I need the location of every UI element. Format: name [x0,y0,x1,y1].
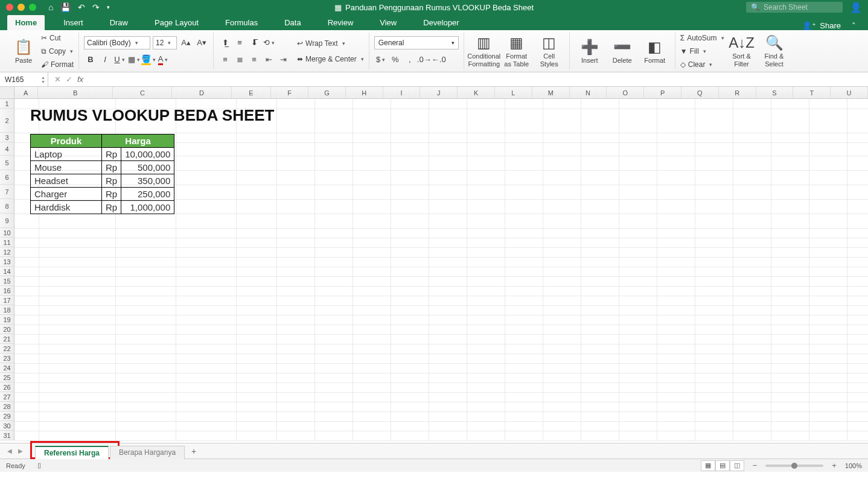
tab-view[interactable]: View [372,15,404,30]
increase-decimal-button[interactable]: .0→ [418,53,431,66]
column-header[interactable]: O [607,87,644,98]
qat-more-icon[interactable]: ▾ [107,4,110,10]
row-header[interactable]: 3 [0,133,14,142]
sheet-tab-referensi-harga[interactable]: Referensi Harga [35,446,109,459]
row-header[interactable]: 21 [0,334,14,344]
row-header[interactable]: 25 [0,373,14,382]
row-header[interactable]: 9 [0,214,14,228]
redo-icon[interactable]: ↷ [92,2,100,12]
column-header[interactable]: T [793,87,831,98]
sort-filter-button[interactable]: A↓ZSort &Filter [727,34,757,67]
format-cells-button[interactable]: ◧Format [640,39,670,64]
format-as-table-button[interactable]: ▦Formatas Table [502,34,532,67]
fill-color-button[interactable]: 🪣 [142,53,155,66]
column-header[interactable]: H [346,87,383,98]
align-center-button[interactable]: ≣ [233,53,246,66]
delete-cells-button[interactable]: ➖Delete [607,39,637,64]
row-header[interactable]: 10 [0,228,14,238]
row-header[interactable]: 22 [0,344,14,354]
tab-review[interactable]: Review [320,15,362,30]
align-right-button[interactable]: ≡ [247,53,261,66]
increase-indent-button[interactable]: ⇥ [276,53,290,66]
font-name-select[interactable]: Calibri (Body) [84,36,150,49]
decrease-font-button[interactable]: A▾ [195,36,208,49]
increase-font-button[interactable]: A▴ [179,36,193,49]
row-header[interactable]: 18 [0,305,14,315]
zoom-out-button[interactable]: − [750,461,760,470]
underline-button[interactable]: U [113,53,126,66]
column-header[interactable]: A [14,87,38,98]
row-header[interactable]: 7 [0,185,14,199]
paste-button[interactable]: 📋 Paste [8,39,39,64]
collapse-ribbon-icon[interactable]: ˄ [852,21,856,30]
column-header[interactable]: M [532,87,570,98]
row-header[interactable]: 15 [0,276,14,286]
font-color-button[interactable]: A [156,53,170,66]
number-format-select[interactable]: General▾ [374,36,459,49]
column-header[interactable]: F [271,87,308,98]
row-header[interactable]: 2 [0,109,14,133]
row-header[interactable]: 27 [0,392,14,402]
tab-home[interactable]: Home [7,15,45,30]
comma-button[interactable]: , [403,53,416,66]
undo-icon[interactable]: ↶ [78,2,85,12]
row-header[interactable]: 26 [0,382,14,392]
column-header[interactable]: L [495,87,532,98]
merge-center-button[interactable]: ⬌Merge & Center [297,53,364,65]
bold-button[interactable]: B [84,53,97,66]
fx-icon[interactable]: fx [77,75,83,84]
row-header[interactable]: 20 [0,325,14,334]
column-header[interactable]: P [644,87,681,98]
share-button[interactable]: 👤⁺ Share ˄ [802,21,856,30]
decrease-indent-button[interactable]: ⇤ [262,53,275,66]
cut-button[interactable]: ✂Cut [41,32,74,44]
macro-record-icon[interactable]: ▯ [37,462,41,469]
orientation-button[interactable]: ⟲ [262,36,275,49]
row-header[interactable]: 29 [0,411,14,421]
tab-formulas[interactable]: Formulas [217,15,266,30]
row-header[interactable]: 6 [0,170,14,185]
select-all-corner[interactable] [0,87,14,98]
accept-formula-icon[interactable]: ✓ [66,75,72,84]
row-header[interactable]: 30 [0,421,14,431]
tab-draw[interactable]: Draw [102,15,136,30]
cancel-formula-icon[interactable]: ✕ [54,75,61,84]
column-header[interactable]: B [38,87,113,98]
close-window-icon[interactable] [6,4,13,11]
find-select-button[interactable]: 🔍Find &Select [759,34,790,67]
search-sheet-input[interactable]: 🔍 Search Sheet [746,2,843,13]
sheet-tab-berapa-harganya[interactable]: Berapa Harganya [110,446,185,459]
page-break-view-button[interactable]: ◫ [730,460,744,471]
maximize-window-icon[interactable] [29,4,36,11]
minimize-window-icon[interactable] [18,4,25,11]
copy-button[interactable]: ⧉Copy [41,45,74,57]
column-header[interactable]: I [383,87,421,98]
sheet-nav-next-icon[interactable]: ▶ [16,448,25,454]
add-sheet-button[interactable]: + [186,446,202,456]
font-size-select[interactable]: 12 [153,36,177,49]
namebox-stepper-icon[interactable]: ▲▼ [41,75,45,84]
save-icon[interactable]: 💾 [60,2,71,12]
normal-view-button[interactable]: ▦ [701,460,715,471]
row-header[interactable]: 1 [0,99,14,109]
percent-button[interactable]: % [389,53,402,66]
column-header[interactable]: J [420,87,458,98]
autosum-button[interactable]: ΣAutoSum [680,32,724,44]
row-header[interactable]: 13 [0,257,14,267]
tab-data[interactable]: Data [276,15,308,30]
italic-button[interactable]: I [98,53,112,66]
spreadsheet-grid[interactable]: ABCDEFGHIJKLMNOPQRSTU 123456789101112131… [0,87,868,443]
row-header[interactable]: 17 [0,296,14,305]
align-left-button[interactable]: ≡ [219,53,232,66]
column-header[interactable]: K [458,87,495,98]
row-header[interactable]: 24 [0,363,14,373]
row-header[interactable]: 5 [0,156,14,170]
clear-button[interactable]: ◇Clear [680,59,724,71]
column-header[interactable]: N [570,87,607,98]
column-header[interactable]: C [113,87,172,98]
conditional-formatting-button[interactable]: ▥ConditionalFormatting [469,34,499,67]
column-header[interactable]: R [719,87,756,98]
row-header[interactable]: 31 [0,431,14,440]
decrease-decimal-button[interactable]: ←.0 [432,53,445,66]
cell-styles-button[interactable]: ◫CellStyles [534,34,564,67]
